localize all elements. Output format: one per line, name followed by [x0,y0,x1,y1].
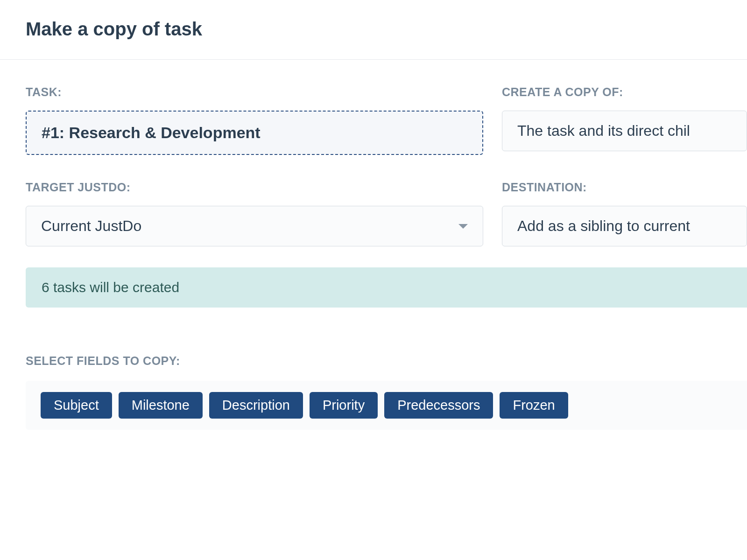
task-value: #1: Research & Development [26,111,483,155]
chevron-down-icon [458,224,468,229]
copy-of-value: The task and its direct chil [517,122,690,140]
field-chip-frozen[interactable]: Frozen [500,392,568,419]
copy-task-dialog: Make a copy of task TASK: #1: Research &… [0,0,747,430]
dialog-title: Make a copy of task [26,19,747,40]
divider [0,59,747,60]
copy-of-group: CREATE A COPY OF: The task and its direc… [502,85,747,155]
destination-value: Add as a sibling to current [517,217,690,235]
fields-chip-container: Subject Milestone Description Priority P… [26,381,747,430]
target-justdo-value: Current JustDo [41,217,141,235]
destination-label: DESTINATION: [502,181,747,194]
destination-group: DESTINATION: Add as a sibling to current [502,181,747,246]
field-chip-description[interactable]: Description [209,392,303,419]
target-justdo-select[interactable]: Current JustDo [26,206,483,246]
task-group: TASK: #1: Research & Development [26,85,483,155]
field-chip-priority[interactable]: Priority [310,392,378,419]
target-justdo-group: TARGET JUSTDO: Current JustDo [26,181,483,246]
field-chip-milestone[interactable]: Milestone [119,392,203,419]
copy-of-label: CREATE A COPY OF: [502,85,747,99]
form-row-2: TARGET JUSTDO: Current JustDo DESTINATIO… [26,181,747,246]
target-justdo-label: TARGET JUSTDO: [26,181,483,194]
task-label: TASK: [26,85,483,99]
form-row-1: TASK: #1: Research & Development CREATE … [26,85,747,155]
fields-label: SELECT FIELDS TO COPY: [26,354,747,368]
field-chip-subject[interactable]: Subject [41,392,112,419]
destination-select[interactable]: Add as a sibling to current [502,206,747,246]
copy-of-select[interactable]: The task and its direct chil [502,111,747,151]
info-banner: 6 tasks will be created [26,267,747,308]
field-chip-predecessors[interactable]: Predecessors [384,392,493,419]
